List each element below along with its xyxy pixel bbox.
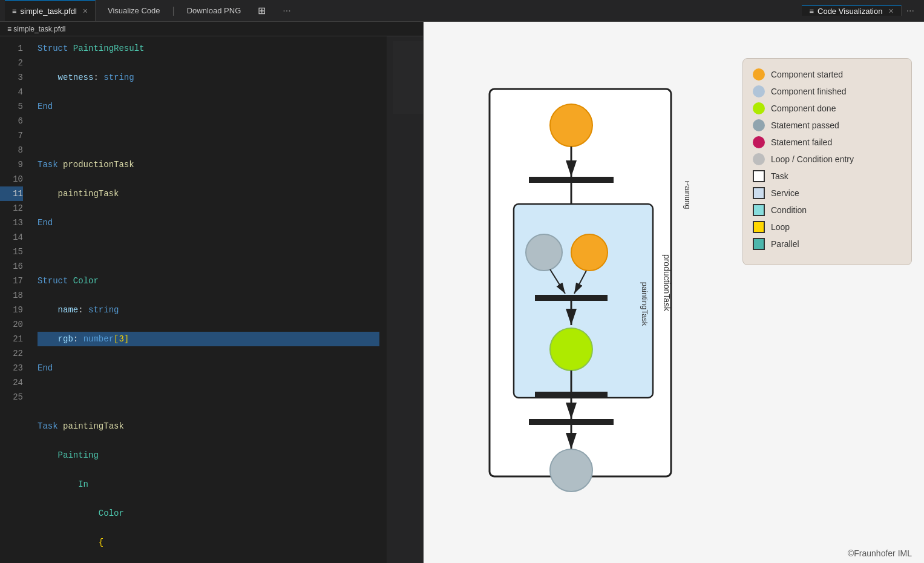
svg-point-6 bbox=[526, 234, 562, 271]
legend-item-parallel: Parallel bbox=[753, 238, 902, 250]
svg-point-18 bbox=[550, 449, 592, 492]
line-numbers: 12345 678910 11 12131415 1617181920 2122… bbox=[0, 36, 30, 563]
legend-item-failed: Statement failed bbox=[753, 136, 902, 148]
split-editor-icon[interactable]: ⊞ bbox=[253, 5, 270, 16]
main-content: ≡ simple_task.pfdl 12345 678910 11 12131… bbox=[0, 22, 924, 563]
code-area[interactable]: Struct PaintingResult wetness: string En… bbox=[30, 36, 387, 563]
svg-point-1 bbox=[550, 104, 592, 147]
tab-bar: ≡ simple_task.pfdl × Visualize Code | Do… bbox=[0, 0, 924, 22]
svg-point-7 bbox=[571, 234, 608, 271]
legend-item-condition: Condition bbox=[753, 204, 902, 216]
legend-item-done: Component done bbox=[753, 102, 902, 114]
legend-rect-service bbox=[753, 187, 765, 199]
legend-circle-started bbox=[753, 68, 765, 81]
download-png-button[interactable]: Download PNG bbox=[182, 4, 246, 18]
legend-rect-loop bbox=[753, 221, 765, 233]
svg-rect-3 bbox=[529, 177, 614, 183]
legend-item-loop-condition: Loop / Condition entry bbox=[753, 153, 902, 165]
tab-editor-filename: simple_task.pfdl bbox=[21, 7, 77, 16]
legend-label-done: Component done bbox=[771, 104, 836, 113]
minimap bbox=[387, 36, 423, 563]
legend-item-loop: Loop bbox=[753, 221, 902, 233]
tab-editor[interactable]: ≡ simple_task.pfdl × bbox=[5, 0, 96, 21]
legend-label-condition: Condition bbox=[771, 205, 807, 215]
legend-rect-parallel bbox=[753, 238, 765, 250]
copyright: ©Fraunhofer IML bbox=[424, 544, 924, 563]
diagram-area: productionTask paintingTask bbox=[424, 22, 742, 544]
legend-label-passed: Statement passed bbox=[771, 120, 839, 130]
legend-label-task: Task bbox=[771, 171, 788, 181]
svg-rect-10 bbox=[535, 295, 608, 301]
viz-pane: productionTask paintingTask bbox=[424, 22, 924, 563]
editor-tab-ellipsis[interactable]: ··· bbox=[278, 5, 295, 16]
svg-rect-14 bbox=[535, 392, 608, 398]
tab-visualization[interactable]: ≡ Code Visualization × bbox=[802, 5, 901, 16]
legend-item-task: Task bbox=[753, 170, 902, 182]
tab-viz-close[interactable]: × bbox=[888, 6, 893, 16]
legend-item-passed: Statement passed bbox=[753, 119, 902, 131]
legend: Component started Component finished Com… bbox=[742, 58, 912, 265]
production-task-label: productionTask bbox=[662, 254, 672, 312]
legend-label-service: Service bbox=[771, 188, 799, 198]
legend-label-failed: Statement failed bbox=[771, 137, 832, 147]
visualize-code-button[interactable]: Visualize Code bbox=[103, 4, 165, 18]
legend-rect-condition bbox=[753, 204, 765, 216]
legend-label-finished: Component finished bbox=[771, 87, 847, 96]
editor-pane: ≡ simple_task.pfdl 12345 678910 11 12131… bbox=[0, 22, 424, 563]
diagram-svg: productionTask paintingTask bbox=[477, 53, 689, 513]
legend-circle-passed bbox=[753, 119, 765, 131]
legend-item-started: Component started bbox=[753, 68, 902, 81]
legend-label-loop-condition: Loop / Condition entry bbox=[771, 154, 854, 164]
tab-editor-icon: ≡ bbox=[12, 7, 17, 16]
legend-item-finished: Component finished bbox=[753, 85, 902, 97]
breadcrumb-text: simple_task.pfdl bbox=[13, 25, 65, 33]
svg-point-12 bbox=[550, 328, 592, 370]
legend-label-parallel: Parallel bbox=[771, 239, 799, 249]
legend-circle-finished bbox=[753, 85, 765, 97]
breadcrumb-icon: ≡ bbox=[7, 25, 11, 33]
legend-rect-task bbox=[753, 170, 765, 182]
legend-label-started: Component started bbox=[771, 70, 843, 79]
viz-tab-ellipsis[interactable]: ··· bbox=[902, 5, 919, 16]
tab-actions: Visualize Code | Download PNG ⊞ ··· bbox=[103, 4, 296, 18]
tab-separator: | bbox=[172, 5, 174, 16]
tab-right: ≡ Code Visualization × ··· bbox=[802, 5, 919, 16]
legend-circle-failed bbox=[753, 136, 765, 148]
tab-viz-title: Code Visualization bbox=[818, 7, 882, 16]
tab-viz-icon: ≡ bbox=[809, 7, 814, 16]
painting-label: Painting bbox=[683, 181, 689, 209]
viz-body: productionTask paintingTask bbox=[424, 22, 924, 544]
copyright-text: ©Fraunhofer IML bbox=[848, 548, 912, 558]
legend-item-service: Service bbox=[753, 187, 902, 199]
editor-body: 12345 678910 11 12131415 1617181920 2122… bbox=[0, 36, 423, 563]
painting-task-label: paintingTask bbox=[640, 282, 649, 326]
legend-circle-loop-condition bbox=[753, 153, 765, 165]
breadcrumb: ≡ simple_task.pfdl bbox=[0, 22, 423, 36]
svg-rect-16 bbox=[529, 419, 614, 425]
legend-label-loop: Loop bbox=[771, 222, 790, 232]
tab-editor-close[interactable]: × bbox=[83, 6, 88, 16]
legend-circle-done bbox=[753, 102, 765, 114]
